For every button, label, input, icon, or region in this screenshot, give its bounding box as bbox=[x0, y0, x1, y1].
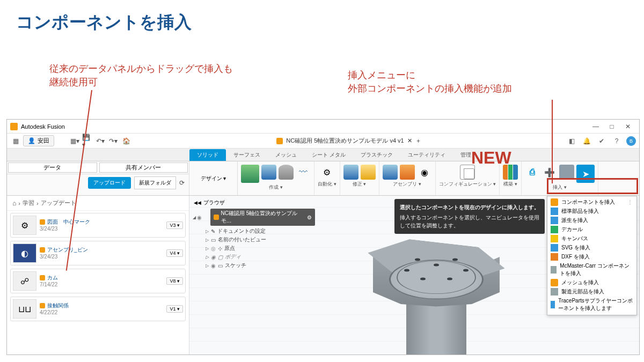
tab-mesh[interactable]: メッシュ bbox=[268, 149, 304, 161]
extensions-icon[interactable]: ◧ bbox=[566, 136, 577, 146]
tab-utility[interactable]: ユーティリティ bbox=[400, 149, 453, 161]
menu-item-svg[interactable]: SVG を挿入 bbox=[547, 243, 636, 252]
refresh-icon[interactable]: ⟳ bbox=[179, 179, 185, 187]
document-title-text: NC確認用 5軸位置決めサンプルモデル v4 v1 bbox=[286, 137, 404, 145]
job-status-icon[interactable]: ✔ bbox=[596, 136, 607, 146]
menu-item-insert-component[interactable]: コンポーネントを挿入 ⋮ bbox=[547, 197, 636, 206]
redo-icon[interactable]: ↷▾ bbox=[108, 136, 119, 146]
window-close-button[interactable]: ✕ bbox=[620, 123, 636, 130]
topbar: ▦ 👤 安田 ▦▾ 💾▾ ↶▾ ↷▾ 🏠 NC確認用 5軸位置決めサンプルモデル… bbox=[7, 134, 639, 149]
fillet-icon[interactable] bbox=[343, 165, 358, 180]
data-item[interactable]: ◐ アセンブリ_ピン 3/24/23 V4 ▾ bbox=[10, 241, 186, 265]
menu-item-manufacturer[interactable]: 製造元部品を挿入 bbox=[547, 287, 636, 296]
browser-item-namedviews[interactable]: ▷▭名前の付いたビュー bbox=[192, 235, 315, 244]
standard-part-icon bbox=[551, 208, 558, 215]
gear-icon[interactable]: ⚙ bbox=[307, 215, 312, 220]
new-folder-button[interactable]: 新規フォルダ bbox=[134, 176, 176, 189]
tab-sheetmetal[interactable]: シート メタル bbox=[304, 149, 353, 161]
annotation-left: 従来のデータパネルからドラッグで挿入も 継続使用可 bbox=[49, 62, 233, 89]
breadcrumb-update[interactable]: アップデート bbox=[41, 199, 76, 207]
browser-root-text: NC確認用 5軸位置決めサンプルモ… bbox=[221, 210, 305, 225]
item-date: 7/14/22 bbox=[40, 281, 163, 288]
data-panel-toggle-icon[interactable]: ▦ bbox=[10, 136, 21, 146]
component-icon[interactable] bbox=[383, 165, 398, 180]
tab-solid[interactable]: ソリッド bbox=[189, 149, 226, 161]
browser-collapse-icon[interactable]: ◀◀ bbox=[194, 200, 201, 205]
automate-icon[interactable]: ⚙ bbox=[319, 165, 334, 180]
avatar[interactable]: B bbox=[626, 136, 636, 146]
item-date: 4/22/22 bbox=[40, 309, 163, 316]
joint-icon[interactable] bbox=[400, 165, 415, 180]
menu-item-canvas[interactable]: キャンバス bbox=[547, 234, 636, 243]
menu-item-insert-mesh[interactable]: メッシュを挿入 bbox=[547, 278, 636, 287]
sketch-icon[interactable] bbox=[241, 165, 259, 183]
menu-item-traceparts[interactable]: TracePartsサプライヤーコンポーネントを挿入します bbox=[547, 296, 636, 313]
press-pull-icon[interactable] bbox=[361, 165, 376, 180]
version-badge[interactable]: V4 ▾ bbox=[166, 249, 183, 257]
menu-item-mcmaster[interactable]: McMaster-Carr コンポーネントを挿入 bbox=[547, 261, 636, 278]
app-title: Autodesk Fusion bbox=[21, 123, 65, 130]
breadcrumb: ⌂ › 学習 › アップデート bbox=[7, 196, 189, 211]
home-icon[interactable]: 🏠 bbox=[121, 136, 131, 146]
insert-component-icon[interactable]: ➕ bbox=[542, 165, 557, 180]
body-row: ⌂ › 学習 › アップデート ⚙ 図面 中心マーク 3/24/23 V3 ▾ … bbox=[7, 196, 639, 354]
window-maximize-button[interactable]: □ bbox=[604, 123, 620, 130]
browser-item-docsettings[interactable]: ▷✎ドキュメントの設定 bbox=[192, 227, 315, 235]
document-title[interactable]: NC確認用 5軸位置決めサンプルモデル v4 v1 ✕ ＋ bbox=[134, 137, 564, 145]
cube-icon bbox=[214, 215, 219, 220]
joint-origin-icon[interactable]: ◉ bbox=[417, 165, 432, 180]
add-tab-icon[interactable]: ＋ bbox=[415, 137, 421, 145]
mesh-icon bbox=[551, 279, 558, 286]
more-icon[interactable]: ⋮ bbox=[627, 199, 633, 205]
document-cube-icon bbox=[276, 138, 283, 144]
browser-item-origin[interactable]: ▷◎⊹原点 bbox=[192, 244, 315, 253]
design-dropdown[interactable]: デザイン ▾ bbox=[189, 161, 238, 195]
user-badge[interactable]: 👤 安田 bbox=[23, 135, 54, 146]
breadcrumb-learn[interactable]: 学習 bbox=[23, 199, 34, 207]
undo-icon[interactable]: ↶▾ bbox=[95, 136, 106, 146]
tab-surface[interactable]: サーフェス bbox=[226, 149, 268, 161]
help-icon[interactable]: ? bbox=[611, 136, 622, 146]
cube-icon bbox=[40, 275, 45, 280]
tooltip-line2: 挿入するコンポーネントを選択し、マニピュレータを使用して位置を調整します。 bbox=[400, 213, 539, 230]
extrude-icon[interactable] bbox=[261, 165, 276, 180]
upload-button[interactable]: アップロード bbox=[88, 177, 131, 189]
data-item[interactable]: ⊔⊔ 接触関係 4/22/22 V1 ▾ bbox=[10, 297, 186, 321]
canvas-area[interactable]: ◀◀ ブラウザ ◢ ◉ NC確認用 5軸位置決めサンプルモ… ⚙ ▷✎ドキュメン… bbox=[189, 196, 639, 354]
item-date: 3/24/23 bbox=[40, 225, 163, 232]
menu-item-decal[interactable]: デカール bbox=[547, 225, 636, 234]
tree-toggle-icon[interactable]: ◢ bbox=[193, 215, 196, 220]
insert-image-icon[interactable] bbox=[559, 165, 574, 180]
version-badge[interactable]: V8 ▾ bbox=[166, 277, 183, 285]
revolve-icon[interactable] bbox=[279, 165, 294, 180]
version-badge[interactable]: V1 ▾ bbox=[166, 305, 183, 313]
browser-root[interactable]: NC確認用 5軸位置決めサンプルモ… ⚙ bbox=[210, 209, 315, 226]
sweep-icon[interactable]: 〰 bbox=[296, 165, 311, 180]
annotation-right-line2: 外部コンポーネントの挿入機能が追加 bbox=[348, 83, 512, 94]
data-panel: ⌂ › 学習 › アップデート ⚙ 図面 中心マーク 3/24/23 V3 ▾ … bbox=[7, 196, 189, 354]
highlight-box bbox=[547, 178, 638, 194]
item-date: 3/24/23 bbox=[40, 253, 163, 260]
data-item[interactable]: ☍ カム 7/14/22 V8 ▾ bbox=[10, 269, 186, 293]
browser-item-sketches[interactable]: ▷◉▭スケッチ bbox=[192, 261, 315, 270]
menu-item-dxf[interactable]: DXF を挿入 bbox=[547, 252, 636, 261]
menu-item-insert-derive[interactable]: 派生を挿入 bbox=[547, 216, 636, 225]
visibility-icon[interactable]: ◉ bbox=[197, 215, 202, 220]
menu-item-insert-standard[interactable]: 標準部品を挿入 bbox=[547, 206, 636, 216]
version-badge[interactable]: V3 ▾ bbox=[166, 221, 183, 229]
home-icon[interactable]: ⌂ bbox=[12, 200, 16, 207]
browser-item-bodies[interactable]: ▷◉▢ボディ bbox=[192, 253, 315, 261]
file-menu-icon[interactable]: ▦▾ bbox=[69, 136, 80, 146]
data-tab-shared[interactable]: 共有メンバー bbox=[99, 162, 188, 173]
insert-derive-icon[interactable]: ⎙ bbox=[525, 165, 540, 180]
data-tab-data[interactable]: データ bbox=[8, 162, 97, 173]
window-minimize-button[interactable]: — bbox=[588, 123, 604, 130]
tab-plastic[interactable]: プラスチック bbox=[353, 149, 400, 161]
notifications-icon[interactable]: 🔔 bbox=[581, 136, 592, 146]
ribbon-label-assembly: アセンブリ ▾ bbox=[393, 180, 421, 188]
new-label: NEW bbox=[471, 148, 511, 168]
chevron-right-icon: › bbox=[18, 200, 20, 206]
data-item[interactable]: ⚙ 図面 中心マーク 3/24/23 V3 ▾ bbox=[10, 213, 186, 238]
close-tab-icon[interactable]: ✕ bbox=[407, 137, 412, 144]
user-name: 安田 bbox=[38, 137, 49, 145]
